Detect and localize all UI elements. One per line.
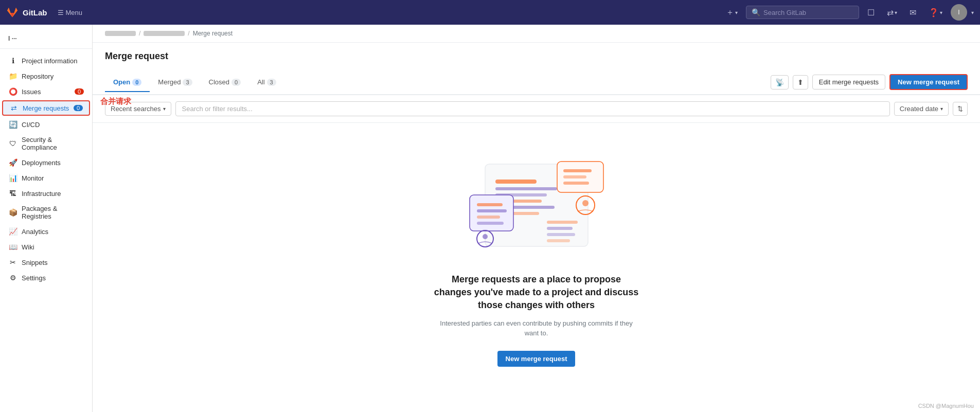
todo-button[interactable]: ☐ <box>863 6 879 20</box>
monitor-icon: 📊 <box>8 174 17 182</box>
tab-closed[interactable]: Closed 0 <box>201 73 250 92</box>
search-box[interactable]: 🔍 <box>746 6 859 19</box>
tab-open[interactable]: Open 0 <box>105 73 150 92</box>
tab-count: 0 <box>132 79 141 86</box>
sidebar-item-label: Repository <box>22 73 54 80</box>
breadcrumb-project <box>144 31 185 36</box>
tab-label: Merged <box>158 78 181 86</box>
tab-merged[interactable]: Merged 3 <box>150 73 200 92</box>
sort-direction-button[interactable]: ⇅ <box>953 102 968 116</box>
sidebar-item-label: Security & Compliance <box>22 136 84 151</box>
brand-name: GitLab <box>23 8 47 17</box>
svg-rect-8 <box>563 169 592 172</box>
svg-rect-21 <box>547 227 573 230</box>
breadcrumb-current: Merge request <box>193 30 233 37</box>
sort-icon: ⇅ <box>957 105 963 113</box>
sidebar-items: ℹ Project information 📁 Repository ⭕ Iss… <box>0 53 92 285</box>
chevron-down-icon: ▾ <box>971 10 974 15</box>
sidebar-badge: 0 <box>74 105 83 111</box>
page-header: Merge request <box>93 43 980 70</box>
empty-state-cta-button[interactable]: New merge request <box>497 351 576 367</box>
edit-merge-requests-button[interactable]: Edit merge requests <box>812 75 885 89</box>
issues-icon: ⭕ <box>8 87 17 96</box>
export-icon: ⬆ <box>797 78 804 86</box>
sidebar-item-issues[interactable]: ⭕ Issues 0 <box>0 84 92 99</box>
menu-button[interactable]: ☰ Menu <box>54 7 87 19</box>
breadcrumb-sep2: / <box>188 30 189 37</box>
svg-rect-2 <box>495 187 557 190</box>
sidebar-user-section: I ··· <box>0 31 92 49</box>
sidebar-item-security[interactable]: 🛡 Security & Compliance <box>0 132 92 155</box>
svg-rect-23 <box>547 239 570 242</box>
sidebar-item-monitor[interactable]: 📊 Monitor <box>0 170 92 186</box>
wiki-icon: 📖 <box>8 243 17 251</box>
help-button[interactable]: ❓ ▾ <box>924 6 947 20</box>
footer-credit: CSDN @MagnumHou <box>918 403 974 409</box>
page-layout: I ··· ℹ Project information 📁 Repository… <box>0 25 980 412</box>
tab-all[interactable]: All 3 <box>249 73 284 92</box>
security-icon: 🛡 <box>8 139 17 148</box>
sidebar-item-label: Analytics <box>22 228 48 236</box>
sidebar-item-deployments[interactable]: 🚀 Deployments <box>0 155 92 170</box>
menu-label: Menu <box>66 9 83 16</box>
svg-rect-22 <box>547 233 575 236</box>
packages-icon: 📦 <box>8 208 17 217</box>
sidebar-item-infrastructure[interactable]: 🏗 Infrastructure <box>0 186 92 201</box>
brand-logo[interactable]: GitLab <box>6 6 47 19</box>
analytics-icon: 📈 <box>8 227 17 236</box>
tab-label: Closed <box>209 78 229 86</box>
avatar-initial: I <box>958 9 959 16</box>
sidebar-item-label: Project information <box>22 57 77 65</box>
svg-point-12 <box>582 200 589 206</box>
svg-rect-10 <box>563 182 589 185</box>
empty-state-description: Interested parties can even contribute b… <box>439 318 634 338</box>
filter-search-input[interactable] <box>175 101 890 116</box>
issues-nav-button[interactable]: ✉ <box>905 6 920 20</box>
sidebar-item-project-information[interactable]: ℹ Project information <box>0 53 92 68</box>
sidebar-item-label: Deployments <box>22 159 61 167</box>
created-date-label: Created date <box>900 105 938 113</box>
empty-state: Merge requests are a place to propose ch… <box>93 123 980 398</box>
merge-requests-annotation-cn: 合并请求 <box>100 97 131 106</box>
user-avatar-button[interactable]: I <box>951 4 967 21</box>
rss-button[interactable]: 📡 <box>771 75 789 89</box>
sidebar-item-analytics[interactable]: 📈 Analytics <box>0 224 92 239</box>
breadcrumb-sep1: / <box>139 30 140 37</box>
created-date-dropdown[interactable]: Created date ▾ <box>894 102 949 116</box>
cicd-icon: 🔄 <box>8 120 17 129</box>
sidebar-item-repository[interactable]: 📁 Repository <box>0 68 92 84</box>
sidebar: I ··· ℹ Project information 📁 Repository… <box>0 25 93 412</box>
top-navbar: GitLab ☰ Menu ＋ ▾ 🔍 ☐ ⇄ ▾ ✉ ❓ ▾ I ▾ <box>0 0 980 25</box>
svg-rect-20 <box>547 221 578 224</box>
sidebar-item-label: Snippets <box>22 259 48 266</box>
sidebar-item-label: Monitor <box>22 174 44 182</box>
tabs-row: Open 0 Merged 3 Closed 0 All 3 📡 ⬆ Edit … <box>93 70 980 95</box>
sidebar-item-packages[interactable]: 📦 Packages & Registries <box>0 201 92 224</box>
rss-icon: 📡 <box>775 78 784 86</box>
issues-icon: ✉ <box>910 8 916 17</box>
sidebar-item-cicd[interactable]: 🔄 CI/CD <box>0 117 92 132</box>
export-button[interactable]: ⬆ <box>793 75 808 89</box>
search-input[interactable] <box>763 9 853 16</box>
chevron-down-icon: ▾ <box>735 10 738 15</box>
sidebar-item-label: Packages & Registries <box>22 205 84 220</box>
sidebar-item-settings[interactable]: ⚙ Settings <box>0 270 92 285</box>
tab-count: 3 <box>183 79 192 86</box>
sidebar-item-wiki[interactable]: 📖 Wiki <box>0 239 92 255</box>
merge-request-nav-button[interactable]: ⇄ ▾ <box>883 6 901 20</box>
tab-label: Open <box>113 78 130 86</box>
toolbar-actions: 📡 ⬆ Edit merge requests New merge reques… <box>771 70 968 94</box>
svg-rect-1 <box>495 180 537 184</box>
plus-icon: ＋ <box>726 7 734 18</box>
sidebar-item-snippets[interactable]: ✂ Snippets <box>0 255 92 270</box>
sidebar-item-label: Settings <box>22 274 46 282</box>
help-icon: ❓ <box>929 8 939 17</box>
breadcrumb-group <box>105 31 136 36</box>
create-button[interactable]: ＋ ▾ <box>722 5 742 20</box>
sidebar-item-merge-requests[interactable]: ⇄ Merge requests 0 <box>2 100 90 116</box>
svg-point-19 <box>483 234 488 239</box>
tab-count: 3 <box>267 79 276 86</box>
hamburger-icon: ☰ <box>58 9 64 16</box>
new-merge-request-button[interactable]: New merge request <box>889 74 968 90</box>
todo-icon: ☐ <box>867 8 875 17</box>
